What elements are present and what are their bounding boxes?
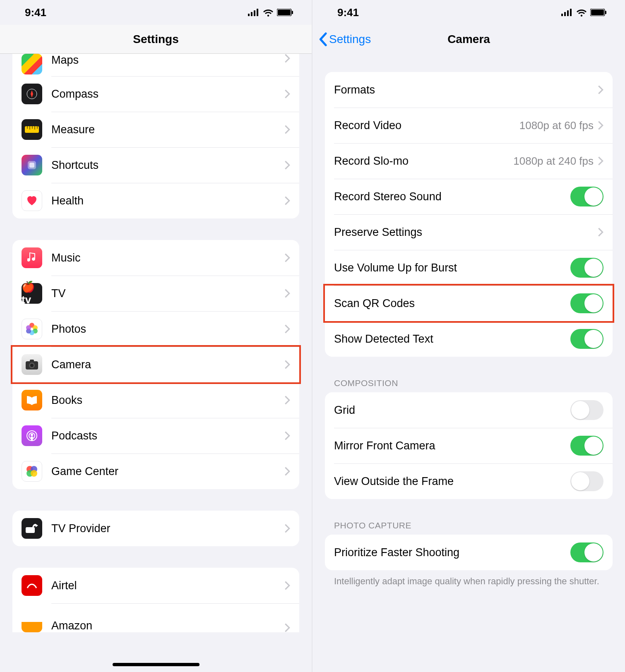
settings-row-music[interactable]: Music bbox=[12, 240, 299, 276]
settings-row-books[interactable]: Books bbox=[12, 382, 299, 418]
toggle-stereo[interactable] bbox=[570, 187, 603, 206]
camera-group-composition-wrap: COMPOSITION Grid Mirror Front Camera Vie… bbox=[325, 378, 613, 499]
books-icon bbox=[22, 390, 42, 410]
row-grid: Grid bbox=[325, 392, 613, 428]
row-label: Books bbox=[51, 394, 284, 407]
camera-settings-list[interactable]: Formats Record Video 1080p at 60 fps Rec… bbox=[312, 54, 625, 604]
settings-row-maps[interactable]: Maps bbox=[12, 54, 299, 76]
settings-row-shortcuts[interactable]: Shortcuts bbox=[12, 147, 299, 183]
settings-row-amazon[interactable]: Amazon bbox=[12, 603, 299, 632]
row-label: Amazon bbox=[51, 619, 284, 632]
toggle-detected-text[interactable] bbox=[570, 329, 603, 349]
chevron-right-icon bbox=[284, 360, 290, 369]
section-header-photocapture: PHOTO CAPTURE bbox=[325, 521, 613, 535]
measure-icon bbox=[22, 119, 42, 140]
row-label: Compass bbox=[51, 88, 284, 101]
photos-icon bbox=[22, 319, 42, 339]
row-mirror-front: Mirror Front Camera bbox=[325, 428, 613, 463]
shortcuts-icon bbox=[22, 155, 42, 175]
settings-row-tvprovider[interactable]: TV Provider bbox=[12, 511, 299, 546]
camera-group-composition: Grid Mirror Front Camera View Outside th… bbox=[325, 392, 613, 499]
svg-rect-8 bbox=[25, 126, 39, 133]
settings-row-health[interactable]: Health bbox=[12, 183, 299, 218]
chevron-right-icon bbox=[284, 125, 290, 134]
chevron-right-icon bbox=[284, 196, 290, 205]
chevron-right-icon bbox=[284, 396, 290, 405]
home-indicator[interactable] bbox=[113, 663, 200, 666]
row-formats[interactable]: Formats bbox=[325, 72, 613, 108]
toggle-grid[interactable] bbox=[570, 400, 603, 420]
cellular-icon bbox=[561, 9, 573, 16]
row-label: Show Detected Text bbox=[334, 333, 570, 346]
camera-group-photocapture-wrap: PHOTO CAPTURE Prioritize Faster Shooting… bbox=[325, 521, 613, 588]
row-detail: 1080p at 240 fps bbox=[513, 155, 594, 168]
toggle-volume-burst[interactable] bbox=[570, 258, 603, 278]
svg-rect-37 bbox=[570, 9, 572, 16]
row-record-slomo[interactable]: Record Slo-mo 1080p at 240 fps bbox=[325, 143, 613, 179]
settings-row-compass[interactable]: Compass bbox=[12, 76, 299, 112]
svg-rect-0 bbox=[248, 14, 250, 16]
health-icon bbox=[22, 190, 42, 211]
svg-rect-39 bbox=[591, 10, 604, 15]
status-bar: 9:41 bbox=[0, 0, 312, 25]
nav-bar: Settings Camera bbox=[312, 25, 625, 54]
gamecenter-icon bbox=[22, 461, 42, 482]
camera-settings-screen: 9:41 Settings Camera Formats Record Vide… bbox=[312, 0, 625, 672]
row-label: View Outside the Frame bbox=[334, 475, 570, 488]
row-label: Shortcuts bbox=[51, 159, 284, 172]
svg-rect-5 bbox=[278, 10, 291, 15]
row-label: Maps bbox=[51, 54, 284, 67]
row-label: Formats bbox=[334, 84, 598, 96]
svg-rect-15 bbox=[29, 163, 34, 168]
svg-rect-35 bbox=[564, 12, 566, 16]
row-label: Camera bbox=[51, 358, 284, 371]
back-button[interactable]: Settings bbox=[317, 32, 371, 46]
svg-rect-1 bbox=[251, 12, 252, 16]
toggle-view-outside[interactable] bbox=[570, 471, 603, 491]
settings-row-podcasts[interactable]: Podcasts bbox=[12, 418, 299, 454]
svg-rect-34 bbox=[561, 14, 563, 16]
chevron-right-icon bbox=[284, 324, 290, 334]
settings-group-tvprovider: TV Provider bbox=[12, 511, 299, 546]
settings-row-measure[interactable]: Measure bbox=[12, 112, 299, 147]
settings-row-airtel[interactable]: Airtel bbox=[12, 568, 299, 603]
svg-point-21 bbox=[26, 325, 31, 330]
row-record-video[interactable]: Record Video 1080p at 60 fps bbox=[325, 108, 613, 143]
settings-list[interactable]: Maps Compass Measure Shortcuts Health bbox=[0, 54, 312, 649]
battery-icon bbox=[277, 9, 293, 16]
section-footer-photocapture: Intelligently adapt image quality when r… bbox=[325, 570, 613, 588]
svg-rect-23 bbox=[30, 360, 34, 362]
row-label: Preserve Settings bbox=[334, 226, 598, 239]
toggle-scan-qr[interactable] bbox=[570, 293, 603, 313]
svg-rect-36 bbox=[567, 10, 569, 16]
row-label: Prioritize Faster Shooting bbox=[334, 546, 570, 559]
settings-row-photos[interactable]: Photos bbox=[12, 311, 299, 347]
chevron-right-icon bbox=[284, 581, 290, 590]
settings-row-gamecenter[interactable]: Game Center bbox=[12, 454, 299, 489]
toggle-prioritize-faster[interactable] bbox=[570, 542, 603, 562]
svg-point-25 bbox=[30, 364, 34, 367]
camera-icon bbox=[22, 354, 42, 375]
settings-row-tv[interactable]: 🍎tv TV bbox=[12, 276, 299, 311]
cellular-icon bbox=[248, 9, 260, 16]
row-label: Record Stereo Sound bbox=[334, 190, 570, 203]
row-label: Grid bbox=[334, 404, 570, 417]
page-title: Camera bbox=[447, 33, 490, 46]
svg-rect-2 bbox=[254, 10, 255, 16]
settings-group-system: Maps Compass Measure Shortcuts Health bbox=[12, 54, 299, 218]
settings-row-camera[interactable]: Camera bbox=[12, 347, 299, 382]
chevron-right-icon bbox=[284, 161, 290, 170]
chevron-right-icon bbox=[284, 289, 290, 298]
row-volume-burst: Use Volume Up for Burst bbox=[325, 250, 613, 286]
camera-group-main: Formats Record Video 1080p at 60 fps Rec… bbox=[325, 72, 613, 357]
section-header-composition: COMPOSITION bbox=[325, 378, 613, 392]
row-preserve-settings[interactable]: Preserve Settings bbox=[325, 214, 613, 250]
row-prioritize-faster: Prioritize Faster Shooting bbox=[325, 535, 613, 570]
toggle-mirror-front[interactable] bbox=[570, 436, 603, 456]
chevron-right-icon bbox=[284, 54, 290, 63]
row-detail: 1080p at 60 fps bbox=[519, 119, 594, 132]
row-label: Photos bbox=[51, 323, 284, 336]
row-label: Health bbox=[51, 194, 284, 207]
row-label: Use Volume Up for Burst bbox=[334, 262, 570, 274]
tv-icon: 🍎tv bbox=[22, 283, 42, 304]
